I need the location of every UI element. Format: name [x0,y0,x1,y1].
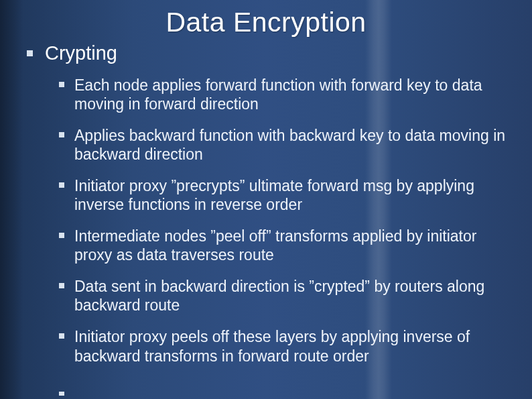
level2-item: Initiator proxy peels off these layers b… [59,327,519,365]
level2-text: Applies backward function with backward … [74,126,519,164]
level2-text: Each node applies forward function with … [74,76,519,113]
level2-item: Data sent in backward direction is ”cryp… [59,277,519,315]
level1-item: Crypting [27,42,512,64]
level2-list: Each node applies forward function with … [59,76,519,365]
square-bullet-icon [59,182,64,188]
square-bullet-icon [59,333,64,339]
slide-title: Data Encryption [0,7,532,38]
level2-item: Intermediate nodes ”peel off” transforms… [59,227,519,264]
square-bullet-icon [59,392,64,396]
level2-text: Data sent in backward direction is ”cryp… [74,277,519,315]
level2-item: Initiator proxy ”precrypts” ultimate for… [59,176,519,214]
level2-item: Applies backward function with backward … [59,126,519,164]
level1-text: Crypting [45,42,117,64]
level1-list: Crypting [27,42,512,64]
square-bullet-icon [59,283,64,288]
level2-item: Each node applies forward function with … [59,76,519,113]
square-bullet-icon [59,82,64,87]
level2-text: Intermediate nodes ”peel off” transforms… [74,227,519,264]
level2-text: Initiator proxy peels off these layers b… [74,327,519,365]
square-bullet-icon [59,233,64,238]
slide: Data Encryption Crypting Each node appli… [0,0,532,399]
square-bullet-icon [27,50,33,56]
square-bullet-icon [59,132,64,137]
level2-text: Initiator proxy ”precrypts” ultimate for… [74,176,519,214]
